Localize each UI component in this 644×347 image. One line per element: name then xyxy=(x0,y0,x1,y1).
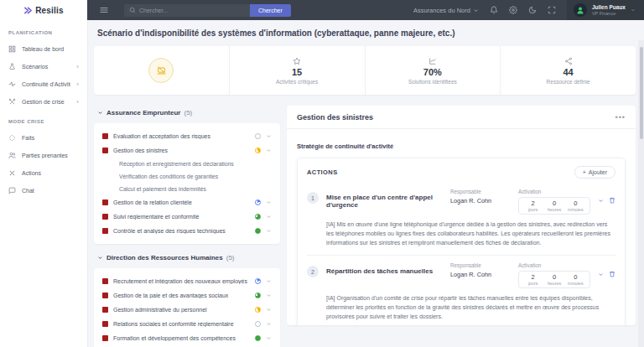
menu-toggle-icon[interactable] xyxy=(99,5,109,15)
activity-sub-item[interactable]: Vérification des conditions de garanties xyxy=(101,170,273,183)
search-box xyxy=(124,4,250,17)
chevron-down-icon[interactable] xyxy=(266,148,272,153)
activity-label: Relations sociales et conformité régleme… xyxy=(113,321,250,327)
criticality-marker xyxy=(102,293,108,298)
activation-box[interactable]: 2jours 0heures 0minutes xyxy=(518,271,590,288)
chevron-down-icon[interactable] xyxy=(266,214,272,220)
criticality-marker xyxy=(102,133,108,139)
chevron-down-icon[interactable] xyxy=(266,133,272,139)
dark-mode-moon-icon[interactable] xyxy=(528,6,537,14)
criticality-marker xyxy=(102,214,108,220)
detail-title: Gestion des sinistres xyxy=(297,113,373,122)
activity-label: Recrutement et intégration des nouveaux … xyxy=(113,278,250,284)
organization-selector[interactable]: Assurances du Nord xyxy=(413,7,479,14)
action-number: 2 xyxy=(307,266,319,277)
activation-days-unit: jours xyxy=(522,207,543,212)
activity-row[interactable]: Relations sociales et conformité régleme… xyxy=(101,317,273,331)
crossed-tools-icon xyxy=(8,98,16,106)
activity-label: Gestion de la paie et des avantages soci… xyxy=(113,293,250,298)
progress-pie xyxy=(255,228,261,234)
collapse-chevron-icon[interactable] xyxy=(598,198,604,204)
progress-pie xyxy=(255,199,261,205)
activity-row[interactable]: Suivi réglementaire et conformité xyxy=(101,210,273,224)
sparkle-icon xyxy=(8,134,16,142)
add-action-button[interactable]: +Ajouter xyxy=(574,166,615,179)
section-count: (5) xyxy=(184,109,192,117)
stat-scenario-type xyxy=(94,46,229,95)
more-options-icon[interactable]: ••• xyxy=(615,116,626,120)
vertical-scrollbar[interactable] xyxy=(638,40,644,347)
action-description: [IA] Organisation d'un comité de crise p… xyxy=(326,293,612,321)
sidebar-item-faits[interactable]: Faits xyxy=(0,129,87,147)
chevron-down-icon[interactable] xyxy=(266,278,272,284)
activity-row[interactable]: Formation et développement des compétenc… xyxy=(101,331,273,345)
stat-label: Activités critiques xyxy=(276,79,318,85)
stat-label: Solutions identifiées xyxy=(408,79,457,85)
fullscreen-icon[interactable] xyxy=(548,6,556,14)
search-button[interactable]: Chercher xyxy=(250,4,291,17)
activity-row[interactable]: Gestion administrative du personnel xyxy=(101,303,273,317)
delete-trash-icon[interactable] xyxy=(609,197,615,204)
stat-solutions-identifiees: 70% Solutions identifiées xyxy=(365,46,501,95)
chevron-down-icon[interactable] xyxy=(266,293,272,298)
flask-icon xyxy=(8,63,16,70)
sidebar-item-parties-prenantes[interactable]: Parties prenantes xyxy=(0,147,87,164)
activity-pulse-icon xyxy=(8,80,16,88)
section-header-assurance-emprunteur[interactable]: Assurance Emprunteur (5) xyxy=(97,109,280,117)
sidebar-item-chat[interactable]: Chat xyxy=(0,182,87,199)
settings-gear-icon[interactable] xyxy=(509,6,517,14)
detail-panel: Gestion des sinistres ••• Stratégie de c… xyxy=(287,106,636,325)
activity-sub-item[interactable]: Réception et enregistrement des déclarat… xyxy=(101,158,273,170)
brand-logo[interactable]: Resilis xyxy=(0,0,87,20)
avatar xyxy=(574,3,587,17)
scrollbar-thumb[interactable] xyxy=(640,47,643,139)
activities-card: Évaluation et acceptation des risques Ge… xyxy=(94,123,280,244)
chevron-down-icon[interactable] xyxy=(266,307,272,313)
sidebar-item-scenarios[interactable]: Scénarios › xyxy=(0,58,87,75)
sidebar-item-tableau-de-bord[interactable]: Tableau de bord xyxy=(0,40,87,58)
chevron-down-icon[interactable] xyxy=(266,321,272,327)
user-role: VP Finance xyxy=(592,11,626,17)
sidebar: PLANIFICATION Tableau de bord Scénarios … xyxy=(0,20,87,347)
actions-header: ACTIONS xyxy=(307,168,338,176)
user-name: Julien Puaux xyxy=(592,4,626,11)
activity-row[interactable]: Évaluation et acceptation des risques xyxy=(101,129,273,143)
section-header-direction-rh[interactable]: Direction des Ressources Humaines (5) xyxy=(97,254,280,262)
sidebar-item-continuite-activite[interactable]: Continuité d'Activité › xyxy=(0,75,87,93)
activation-hours: 0 xyxy=(543,273,564,281)
activity-row[interactable]: Recrutement et intégration des nouveaux … xyxy=(101,274,273,288)
stat-value: 44 xyxy=(564,67,574,77)
detail-subtitle: Stratégie de continuité d'activité xyxy=(297,142,626,150)
activity-label: Contrôle et analyse des risques techniqu… xyxy=(113,228,250,234)
activity-row[interactable]: Gestion de la paie et des avantages soci… xyxy=(101,288,273,303)
activities-panel: Assurance Emprunteur (5) Évaluation et a… xyxy=(94,106,280,347)
activity-sub-item[interactable]: Calcul et paiement des indemnités xyxy=(101,183,273,195)
activation-box[interactable]: 2jours 0heures 0minutes xyxy=(518,197,590,215)
search-input[interactable] xyxy=(139,8,245,13)
activity-row[interactable]: Contrôle et analyse des risques techniqu… xyxy=(101,224,273,238)
crossed-actions-icon xyxy=(8,169,16,177)
action-title: Mise en place d'un centre d'appel d'urge… xyxy=(326,194,443,209)
sidebar-item-actions[interactable]: Actions xyxy=(0,164,87,182)
progress-pie xyxy=(255,307,261,313)
notifications-bell-icon[interactable] xyxy=(490,6,498,14)
sidebar-item-gestion-de-crise[interactable]: Gestion de crise › xyxy=(0,93,87,111)
progress-pie xyxy=(255,278,261,284)
sidebar-item-label: Faits xyxy=(22,135,79,141)
chevron-right-icon: › xyxy=(76,81,79,88)
top-bar: Resilis Chercher Assurances du Nord xyxy=(0,0,644,20)
activity-row[interactable]: Gestion de la relation clientèle xyxy=(101,195,273,210)
chevron-down-icon[interactable] xyxy=(266,228,272,234)
collapse-chevron-icon[interactable] xyxy=(598,272,604,277)
chevron-down-icon[interactable] xyxy=(266,199,272,205)
user-menu[interactable]: Julien Puaux VP Finance xyxy=(567,0,644,20)
sidebar-item-label: Parties prenantes xyxy=(22,153,79,158)
progress-pie xyxy=(255,335,261,341)
chevron-down-icon[interactable] xyxy=(266,335,272,341)
section-title: Assurance Emprunteur xyxy=(106,109,180,117)
sidebar-section-mode-crise: MODE CRISE xyxy=(0,116,87,129)
activity-row[interactable]: Gestion des sinistres xyxy=(101,143,273,158)
delete-trash-icon[interactable] xyxy=(609,271,615,277)
chevron-down-icon xyxy=(631,8,636,13)
sidebar-item-label: Actions xyxy=(22,170,79,176)
